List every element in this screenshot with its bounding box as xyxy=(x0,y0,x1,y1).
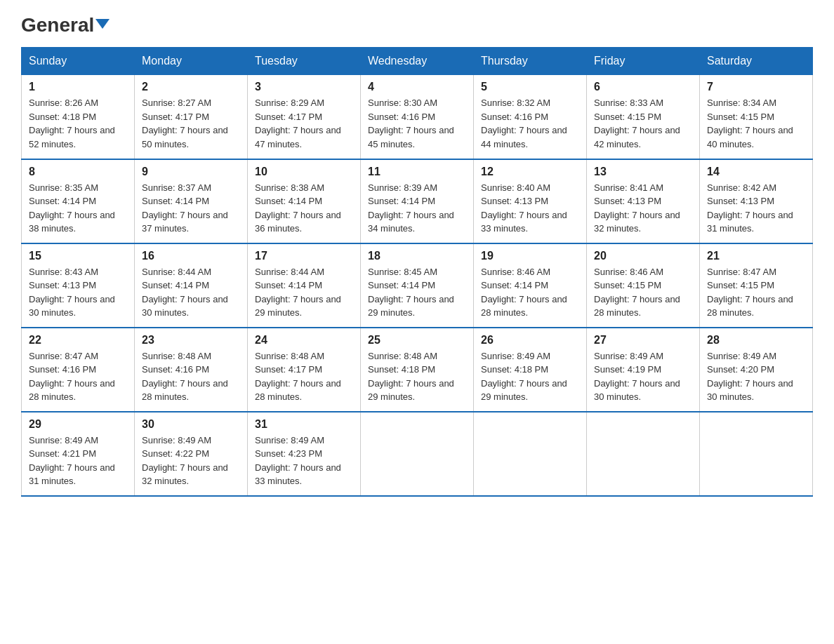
day-number: 22 xyxy=(29,334,127,347)
calendar-cell: 29 Sunrise: 8:49 AMSunset: 4:21 PMDaylig… xyxy=(22,412,135,496)
calendar-cell: 12 Sunrise: 8:40 AMSunset: 4:13 PMDaylig… xyxy=(474,159,587,243)
calendar-cell: 23 Sunrise: 8:48 AMSunset: 4:16 PMDaylig… xyxy=(135,328,248,412)
calendar-cell: 8 Sunrise: 8:35 AMSunset: 4:14 PMDayligh… xyxy=(22,159,135,243)
day-info: Sunrise: 8:49 AMSunset: 4:20 PMDaylight:… xyxy=(707,351,793,403)
calendar-week-5: 29 Sunrise: 8:49 AMSunset: 4:21 PMDaylig… xyxy=(22,412,813,496)
weekday-header-thursday: Thursday xyxy=(474,48,587,75)
day-info: Sunrise: 8:47 AMSunset: 4:15 PMDaylight:… xyxy=(707,267,793,318)
day-info: Sunrise: 8:46 AMSunset: 4:15 PMDaylight:… xyxy=(594,267,680,318)
day-info: Sunrise: 8:38 AMSunset: 4:14 PMDaylight:… xyxy=(255,182,341,234)
calendar-cell: 14 Sunrise: 8:42 AMSunset: 4:13 PMDaylig… xyxy=(700,159,813,243)
day-number: 28 xyxy=(707,334,805,347)
day-info: Sunrise: 8:27 AMSunset: 4:17 PMDaylight:… xyxy=(142,98,228,149)
calendar-cell: 30 Sunrise: 8:49 AMSunset: 4:22 PMDaylig… xyxy=(135,412,248,496)
logo: General xyxy=(21,14,110,33)
day-number: 8 xyxy=(29,166,127,178)
calendar-cell: 31 Sunrise: 8:49 AMSunset: 4:23 PMDaylig… xyxy=(248,412,361,496)
calendar-cell: 17 Sunrise: 8:44 AMSunset: 4:14 PMDaylig… xyxy=(248,243,361,328)
calendar-week-4: 22 Sunrise: 8:47 AMSunset: 4:16 PMDaylig… xyxy=(22,328,813,412)
weekday-header-wednesday: Wednesday xyxy=(361,48,474,75)
day-info: Sunrise: 8:49 AMSunset: 4:18 PMDaylight:… xyxy=(481,351,567,403)
day-number: 25 xyxy=(368,334,466,347)
day-number: 3 xyxy=(255,81,353,93)
day-info: Sunrise: 8:29 AMSunset: 4:17 PMDaylight:… xyxy=(255,98,341,149)
day-number: 5 xyxy=(481,81,579,93)
day-number: 14 xyxy=(707,166,805,178)
logo-triangle-icon xyxy=(95,19,110,29)
day-number: 9 xyxy=(142,166,240,178)
day-number: 17 xyxy=(255,250,353,262)
calendar-cell: 18 Sunrise: 8:45 AMSunset: 4:14 PMDaylig… xyxy=(361,243,474,328)
weekday-header-sunday: Sunday xyxy=(22,48,135,75)
day-number: 27 xyxy=(594,334,692,347)
day-number: 7 xyxy=(707,81,805,93)
page-header: General xyxy=(21,14,813,33)
day-info: Sunrise: 8:49 AMSunset: 4:22 PMDaylight:… xyxy=(142,435,228,487)
calendar-week-2: 8 Sunrise: 8:35 AMSunset: 4:14 PMDayligh… xyxy=(22,159,813,243)
day-info: Sunrise: 8:48 AMSunset: 4:16 PMDaylight:… xyxy=(142,351,228,403)
day-info: Sunrise: 8:48 AMSunset: 4:18 PMDaylight:… xyxy=(368,351,454,403)
day-info: Sunrise: 8:46 AMSunset: 4:14 PMDaylight:… xyxy=(481,267,567,318)
day-info: Sunrise: 8:45 AMSunset: 4:14 PMDaylight:… xyxy=(368,267,454,318)
day-number: 21 xyxy=(707,250,805,262)
day-info: Sunrise: 8:43 AMSunset: 4:13 PMDaylight:… xyxy=(29,267,115,318)
day-info: Sunrise: 8:49 AMSunset: 4:23 PMDaylight:… xyxy=(255,435,341,487)
day-number: 31 xyxy=(255,418,353,431)
day-number: 13 xyxy=(594,166,692,178)
calendar-cell: 20 Sunrise: 8:46 AMSunset: 4:15 PMDaylig… xyxy=(587,243,700,328)
day-info: Sunrise: 8:49 AMSunset: 4:19 PMDaylight:… xyxy=(594,351,680,403)
calendar-cell: 2 Sunrise: 8:27 AMSunset: 4:17 PMDayligh… xyxy=(135,75,248,159)
day-info: Sunrise: 8:37 AMSunset: 4:14 PMDaylight:… xyxy=(142,182,228,234)
day-number: 11 xyxy=(368,166,466,178)
day-info: Sunrise: 8:42 AMSunset: 4:13 PMDaylight:… xyxy=(707,182,793,234)
calendar-cell xyxy=(474,412,587,496)
calendar-cell: 4 Sunrise: 8:30 AMSunset: 4:16 PMDayligh… xyxy=(361,75,474,159)
calendar-cell: 11 Sunrise: 8:39 AMSunset: 4:14 PMDaylig… xyxy=(361,159,474,243)
day-info: Sunrise: 8:44 AMSunset: 4:14 PMDaylight:… xyxy=(255,267,341,318)
calendar-cell: 9 Sunrise: 8:37 AMSunset: 4:14 PMDayligh… xyxy=(135,159,248,243)
day-number: 12 xyxy=(481,166,579,178)
calendar-cell: 26 Sunrise: 8:49 AMSunset: 4:18 PMDaylig… xyxy=(474,328,587,412)
day-info: Sunrise: 8:30 AMSunset: 4:16 PMDaylight:… xyxy=(368,98,454,149)
calendar-cell: 22 Sunrise: 8:47 AMSunset: 4:16 PMDaylig… xyxy=(22,328,135,412)
logo-text: General xyxy=(21,14,110,36)
calendar-cell: 6 Sunrise: 8:33 AMSunset: 4:15 PMDayligh… xyxy=(587,75,700,159)
calendar-cell: 21 Sunrise: 8:47 AMSunset: 4:15 PMDaylig… xyxy=(700,243,813,328)
day-info: Sunrise: 8:34 AMSunset: 4:15 PMDaylight:… xyxy=(707,98,793,149)
calendar-cell: 24 Sunrise: 8:48 AMSunset: 4:17 PMDaylig… xyxy=(248,328,361,412)
calendar-cell: 19 Sunrise: 8:46 AMSunset: 4:14 PMDaylig… xyxy=(474,243,587,328)
day-info: Sunrise: 8:32 AMSunset: 4:16 PMDaylight:… xyxy=(481,98,567,149)
day-info: Sunrise: 8:40 AMSunset: 4:13 PMDaylight:… xyxy=(481,182,567,234)
day-number: 1 xyxy=(29,81,127,93)
day-info: Sunrise: 8:39 AMSunset: 4:14 PMDaylight:… xyxy=(368,182,454,234)
calendar-cell xyxy=(587,412,700,496)
day-info: Sunrise: 8:49 AMSunset: 4:21 PMDaylight:… xyxy=(29,435,115,487)
calendar-cell xyxy=(361,412,474,496)
day-number: 4 xyxy=(368,81,466,93)
calendar-cell: 1 Sunrise: 8:26 AMSunset: 4:18 PMDayligh… xyxy=(22,75,135,159)
day-number: 30 xyxy=(142,418,240,431)
calendar-cell: 13 Sunrise: 8:41 AMSunset: 4:13 PMDaylig… xyxy=(587,159,700,243)
calendar-cell: 5 Sunrise: 8:32 AMSunset: 4:16 PMDayligh… xyxy=(474,75,587,159)
day-info: Sunrise: 8:33 AMSunset: 4:15 PMDaylight:… xyxy=(594,98,680,149)
calendar-cell: 27 Sunrise: 8:49 AMSunset: 4:19 PMDaylig… xyxy=(587,328,700,412)
calendar-table: SundayMondayTuesdayWednesdayThursdayFrid… xyxy=(21,47,813,497)
weekday-header-saturday: Saturday xyxy=(700,48,813,75)
calendar-cell: 28 Sunrise: 8:49 AMSunset: 4:20 PMDaylig… xyxy=(700,328,813,412)
day-number: 2 xyxy=(142,81,240,93)
weekday-header-friday: Friday xyxy=(587,48,700,75)
calendar-header-row: SundayMondayTuesdayWednesdayThursdayFrid… xyxy=(22,48,813,75)
calendar-cell: 3 Sunrise: 8:29 AMSunset: 4:17 PMDayligh… xyxy=(248,75,361,159)
calendar-week-3: 15 Sunrise: 8:43 AMSunset: 4:13 PMDaylig… xyxy=(22,243,813,328)
day-number: 10 xyxy=(255,166,353,178)
calendar-cell: 16 Sunrise: 8:44 AMSunset: 4:14 PMDaylig… xyxy=(135,243,248,328)
calendar-cell: 25 Sunrise: 8:48 AMSunset: 4:18 PMDaylig… xyxy=(361,328,474,412)
day-info: Sunrise: 8:44 AMSunset: 4:14 PMDaylight:… xyxy=(142,267,228,318)
calendar-cell: 7 Sunrise: 8:34 AMSunset: 4:15 PMDayligh… xyxy=(700,75,813,159)
day-info: Sunrise: 8:35 AMSunset: 4:14 PMDaylight:… xyxy=(29,182,115,234)
day-number: 23 xyxy=(142,334,240,347)
day-number: 29 xyxy=(29,418,127,431)
calendar-cell: 10 Sunrise: 8:38 AMSunset: 4:14 PMDaylig… xyxy=(248,159,361,243)
day-number: 24 xyxy=(255,334,353,347)
day-number: 26 xyxy=(481,334,579,347)
